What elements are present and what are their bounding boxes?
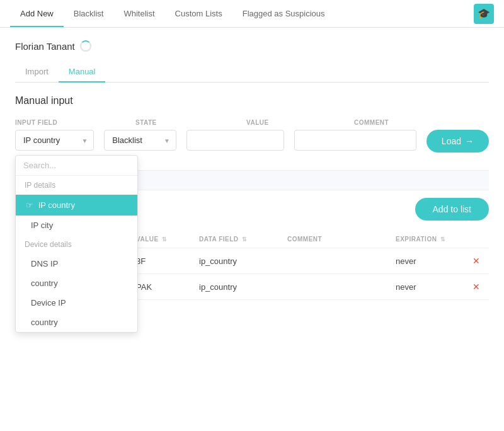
cell-expiration-2: never — [388, 274, 464, 300]
col-header-comment: COMMENT — [280, 231, 388, 248]
dropdown-overlay: IP details ☞ IP country IP city Device d… — [15, 155, 138, 333]
tab-manual[interactable]: Manual — [59, 62, 106, 83]
dropdown-item-device-ip[interactable]: Device IP — [16, 293, 137, 313]
label-state: STATE — [135, 119, 236, 126]
tab-custom-lists[interactable]: Custom Lists — [165, 1, 232, 27]
input-field-select[interactable]: IP country IP details IP city Device det… — [15, 130, 94, 151]
load-label: Load — [442, 136, 461, 146]
col-header-value: VALUE ⇅ — [129, 231, 192, 248]
form-labels: INPUT FIELD STATE VALUE COMMENT — [15, 119, 489, 126]
state-select-wrapper: Blacklist Whitelist ▼ — [104, 130, 176, 151]
delete-button-1[interactable]: ✕ — [472, 256, 480, 266]
col-header-datafield: DATA FIELD ⇅ — [192, 231, 280, 248]
dropdown-item-dns-ip[interactable]: DNS IP — [16, 254, 137, 273]
dropdown-item-device-details: Device details — [16, 235, 137, 254]
value-input[interactable] — [186, 130, 284, 151]
cell-value-1: 3F — [129, 248, 192, 274]
input-field-wrapper: IP country IP details IP city Device det… — [15, 130, 94, 151]
tab-import[interactable]: Import — [15, 62, 59, 83]
dropdown-item-ip-details[interactable]: IP details — [16, 176, 137, 195]
user-header: Florian Tanant — [15, 40, 489, 52]
dropdown-search-input[interactable] — [23, 161, 130, 170]
load-arrow-icon: → — [465, 136, 474, 146]
label-value: VALUE — [246, 119, 344, 126]
comment-input[interactable] — [294, 130, 416, 151]
cell-datafield-2: ip_country — [192, 274, 280, 300]
tab-whitelist[interactable]: Whitelist — [113, 1, 164, 27]
form-row: IP country IP details IP city Device det… — [15, 130, 489, 152]
state-select[interactable]: Blacklist Whitelist — [104, 130, 176, 151]
cell-delete-1: ✕ — [464, 248, 489, 274]
sort-icon-value[interactable]: ⇅ — [162, 236, 168, 243]
cell-delete-2: ✕ — [464, 274, 489, 300]
cursor-hand-icon: ☞ — [26, 200, 33, 210]
loading-spinner — [80, 40, 91, 52]
dropdown-item-ip-city[interactable]: IP city — [16, 216, 137, 235]
dropdown-search-container — [16, 156, 137, 176]
col-header-expiration: EXPIRATION ⇅ — [388, 231, 464, 248]
tab-flagged[interactable]: Flagged as Suspicious — [232, 1, 335, 27]
cell-datafield-1: ip_country — [192, 248, 280, 274]
add-to-list-button[interactable]: Add to list — [415, 198, 489, 221]
col-header-delete — [464, 231, 489, 248]
cell-expiration-1: never — [388, 248, 464, 274]
delete-button-2[interactable]: ✕ — [472, 282, 480, 292]
cell-comment-2 — [280, 274, 388, 300]
sub-tabs: Import Manual — [15, 62, 489, 83]
load-button[interactable]: Load → — [427, 130, 489, 152]
label-input-field: INPUT FIELD — [15, 119, 125, 126]
label-comment: COMMENT — [354, 119, 489, 126]
cell-value-2: PAK — [129, 274, 192, 300]
top-navigation: Add New Blacklist Whitelist Custom Lists… — [0, 0, 504, 28]
dropdown-item-country[interactable]: country — [16, 273, 137, 293]
cell-comment-1 — [280, 248, 388, 274]
section-title: Manual input — [15, 95, 489, 106]
main-content: Florian Tanant Import Manual Manual inpu… — [0, 28, 504, 431]
dropdown-item-country2[interactable]: country — [16, 313, 137, 332]
tab-blacklist[interactable]: Blacklist — [64, 1, 114, 27]
sort-icon-datafield[interactable]: ⇅ — [242, 236, 248, 243]
help-icon[interactable]: 🎓 — [474, 4, 494, 24]
user-name: Florian Tanant — [15, 41, 75, 52]
dropdown-item-ip-country[interactable]: ☞ IP country — [16, 195, 137, 216]
tab-add-new[interactable]: Add New — [10, 1, 64, 27]
sort-icon-expiration[interactable]: ⇅ — [440, 236, 446, 243]
